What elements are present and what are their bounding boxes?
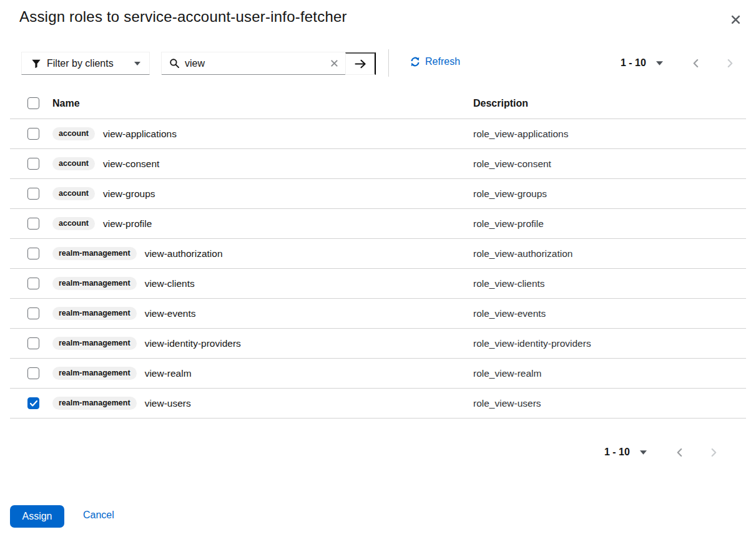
next-page-button[interactable] bbox=[724, 56, 737, 71]
client-badge: realm-management bbox=[52, 337, 137, 350]
role-description: role_view-events bbox=[473, 308, 746, 319]
role-description: role_view-authorization bbox=[473, 248, 746, 259]
role-name: view-events bbox=[145, 308, 196, 319]
select-all-checkbox[interactable] bbox=[27, 97, 39, 109]
table-row: accountview-consent role_view-consent bbox=[10, 149, 746, 179]
search-icon bbox=[170, 59, 179, 68]
table-row: accountview-profile role_view-profile bbox=[10, 209, 746, 239]
refresh-label: Refresh bbox=[425, 56, 460, 67]
role-name: view-consent bbox=[103, 158, 159, 170]
client-badge: realm-management bbox=[52, 277, 137, 290]
page-title: Assign roles to service-account-user-inf… bbox=[19, 8, 347, 26]
table-row: realm-managementview-authorization role_… bbox=[10, 239, 746, 269]
role-name: view-authorization bbox=[145, 248, 223, 259]
row-checkbox[interactable] bbox=[27, 128, 39, 140]
table-row: accountview-groups role_view-groups bbox=[10, 179, 746, 209]
role-name: view-realm bbox=[145, 368, 192, 379]
table-row: accountview-applications role_view-appli… bbox=[10, 119, 746, 149]
role-name: view-users bbox=[145, 398, 191, 409]
caret-down-icon bbox=[656, 61, 663, 65]
next-page-button[interactable] bbox=[707, 445, 720, 460]
pagination-range: 1 - 10 bbox=[621, 57, 646, 69]
role-description: role_view-identity-providers bbox=[473, 338, 746, 349]
close-icon bbox=[731, 15, 740, 24]
filter-label: Filter by clients bbox=[47, 58, 114, 69]
chevron-down-icon bbox=[134, 62, 140, 65]
role-description: role_view-realm bbox=[473, 368, 746, 379]
row-checkbox[interactable] bbox=[27, 337, 39, 349]
client-badge: realm-management bbox=[52, 397, 137, 410]
cancel-button[interactable]: Cancel bbox=[83, 510, 114, 521]
arrow-right-icon bbox=[355, 59, 366, 69]
role-description: role_view-consent bbox=[473, 158, 746, 170]
toolbar-divider bbox=[388, 49, 389, 77]
pagination-menu-toggle[interactable]: 1 - 10 bbox=[616, 54, 668, 72]
row-checkbox[interactable] bbox=[27, 188, 39, 200]
previous-page-button[interactable] bbox=[689, 56, 702, 71]
clear-search-button[interactable] bbox=[330, 59, 339, 68]
row-checkbox[interactable] bbox=[27, 307, 39, 319]
row-checkbox[interactable] bbox=[27, 278, 39, 289]
table-header-row: Name Description bbox=[10, 88, 746, 119]
pagination-nav bbox=[668, 56, 737, 71]
client-badge: realm-management bbox=[52, 307, 137, 320]
previous-page-button[interactable] bbox=[673, 445, 686, 460]
row-checkbox[interactable] bbox=[27, 218, 39, 230]
row-checkbox[interactable] bbox=[27, 158, 39, 170]
table-row: realm-managementview-events role_view-ev… bbox=[10, 299, 746, 329]
role-description: role_view-applications bbox=[473, 128, 746, 140]
client-badge: account bbox=[52, 217, 95, 230]
row-checkbox[interactable] bbox=[27, 397, 39, 409]
search-field bbox=[162, 52, 345, 75]
roles-table: Name Description accountview-application… bbox=[10, 88, 746, 419]
role-description: role_view-profile bbox=[473, 218, 746, 230]
role-name: view-groups bbox=[103, 188, 155, 200]
pagination-menu-toggle[interactable]: 1 - 10 bbox=[599, 443, 652, 462]
table-row: realm-managementview-clients role_view-c… bbox=[10, 269, 746, 299]
pagination-nav bbox=[652, 445, 720, 460]
assign-roles-modal: Assign roles to service-account-user-inf… bbox=[0, 0, 756, 542]
client-badge: account bbox=[52, 157, 95, 170]
role-description: role_view-clients bbox=[473, 278, 746, 289]
close-button[interactable] bbox=[727, 11, 744, 28]
client-badge: account bbox=[52, 187, 95, 200]
filter-dropdown[interactable]: Filter by clients bbox=[21, 52, 150, 75]
refresh-button[interactable]: Refresh bbox=[410, 56, 460, 67]
search-bar bbox=[161, 52, 376, 75]
search-input[interactable] bbox=[185, 58, 324, 69]
column-header-name: Name bbox=[52, 98, 473, 109]
pagination-top: 1 - 10 bbox=[616, 54, 737, 72]
table-row: realm-managementview-realm role_view-rea… bbox=[10, 359, 746, 389]
role-name: view-applications bbox=[103, 128, 177, 140]
role-description: role_view-users bbox=[473, 398, 746, 409]
filter-icon bbox=[32, 59, 41, 68]
pagination-range: 1 - 10 bbox=[604, 447, 630, 458]
table-row: realm-managementview-users role_view-use… bbox=[10, 389, 746, 419]
client-badge: account bbox=[52, 127, 95, 140]
role-name: view-identity-providers bbox=[145, 338, 241, 349]
table-row: realm-managementview-identity-providers … bbox=[10, 329, 746, 359]
pagination-bottom: 1 - 10 bbox=[599, 443, 720, 462]
column-header-description: Description bbox=[473, 98, 746, 109]
caret-down-icon bbox=[640, 450, 647, 455]
row-checkbox[interactable] bbox=[27, 248, 39, 259]
client-badge: realm-management bbox=[52, 367, 137, 380]
role-name: view-clients bbox=[145, 278, 195, 289]
client-badge: realm-management bbox=[52, 247, 137, 260]
refresh-icon bbox=[410, 57, 420, 67]
role-name: view-profile bbox=[103, 218, 152, 230]
assign-button[interactable]: Assign bbox=[10, 505, 64, 528]
search-submit-button[interactable] bbox=[345, 52, 376, 75]
role-description: role_view-groups bbox=[473, 188, 746, 200]
row-checkbox[interactable] bbox=[27, 367, 39, 379]
